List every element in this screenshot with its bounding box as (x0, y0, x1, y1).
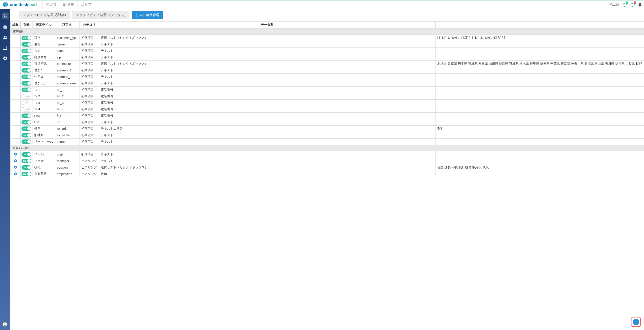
svg-rect-9 (63, 5, 64, 6)
topnav-normal[interactable]: 通常 (42, 0, 60, 9)
cell-category: 初期項目 (79, 67, 99, 74)
sidebar-phone-icon[interactable] (2, 12, 8, 19)
cell-label: カナ (32, 48, 55, 54)
enable-toggle[interactable]: ON (22, 126, 31, 131)
status-timer-red[interactable]: 0 (630, 2, 635, 7)
tab-0[interactable]: アクティビティ結果(応対者) (19, 11, 70, 19)
enable-toggle[interactable]: ON (22, 165, 31, 170)
add-item-button[interactable]: + (631, 317, 641, 327)
cell-label: 住所１ (32, 67, 55, 74)
cell-type: テキスト (99, 67, 435, 74)
enable-toggle[interactable]: ON (22, 74, 31, 79)
enable-toggle[interactable]: ON (22, 36, 31, 40)
gear-icon[interactable] (14, 153, 17, 156)
enable-toggle[interactable]: ON (22, 140, 31, 144)
cell-enable: ON (20, 112, 32, 119)
table-row: ON担当者managerヒアリングテキスト (10, 158, 644, 164)
cell-name: fax (55, 112, 80, 119)
svg-rect-16 (4, 48, 4, 49)
table-row: ONメールmail初期項目テキスト (10, 151, 644, 158)
top-nav: 通常 新規 配布 (42, 0, 95, 9)
cell-extra: 係長 課長 部長 執行役員 取締役 代表 (436, 164, 644, 171)
enable-toggle[interactable]: ON (22, 152, 31, 157)
gear-icon[interactable] (14, 159, 17, 162)
cell-edit (10, 61, 20, 67)
gear-icon[interactable] (14, 166, 17, 169)
enable-toggle[interactable]: OFF (22, 100, 31, 105)
enable-toggle[interactable]: ON (22, 42, 31, 46)
user-avatar-icon[interactable] (2, 322, 8, 327)
enable-toggle[interactable]: OFF (22, 94, 31, 98)
enable-toggle[interactable]: OFF (22, 107, 31, 112)
cell-edit (10, 119, 20, 126)
cell-label: 旧社名 (32, 132, 55, 138)
cell-label: リードソース (32, 138, 55, 145)
svg-rect-6 (63, 4, 64, 5)
status-timer-green[interactable]: 0 (622, 2, 627, 7)
ip-line-label[interactable]: IP回線 (608, 2, 619, 7)
sidebar-chart-icon[interactable] (3, 46, 8, 50)
section-header: 標準項目 (10, 28, 644, 35)
enable-toggle[interactable]: ON (22, 62, 31, 66)
cell-enable: ON (20, 67, 32, 74)
tab-2[interactable]: リスト項目管理 (132, 11, 163, 19)
cell-name: customer_type (55, 35, 80, 41)
expand-icon (80, 3, 84, 6)
enable-toggle[interactable]: ON (22, 48, 31, 53)
cell-label: Tel3 (32, 100, 55, 106)
cell-name: mail (55, 151, 80, 158)
table-row: ON種別customer_type初期項目選択リスト（セレクトボックス）[ { … (10, 35, 644, 41)
enable-toggle[interactable]: ON (22, 88, 31, 92)
cell-label: 郵便番号 (32, 54, 55, 61)
cell-category: 初期項目 (79, 74, 99, 80)
enable-toggle[interactable]: ON (22, 133, 31, 138)
cell-label: FAX (32, 112, 55, 119)
svg-rect-0 (46, 3, 49, 4)
cell-name: position (55, 164, 80, 171)
tab-1[interactable]: アクティビティ結果(ステータス) (72, 11, 130, 19)
cell-type: 電話番号 (99, 93, 435, 100)
gear-icon[interactable] (14, 172, 17, 175)
table-row: ONカナkana初期項目テキスト (10, 48, 644, 54)
logo[interactable]: comdesklead (2, 2, 37, 8)
cell-edit (10, 87, 20, 93)
cell-label: Tel4 (32, 106, 55, 112)
cell-edit (10, 74, 20, 80)
enable-toggle[interactable]: ON (22, 55, 31, 60)
enable-toggle[interactable]: ON (22, 81, 31, 86)
cell-enable: ON (20, 54, 32, 61)
cell-extra: [ { "id": 1, "text": "組織" }, { "id": 2, … (436, 35, 644, 41)
cell-category: 初期項目 (79, 106, 99, 112)
cell-extra (436, 106, 644, 112)
bell-icon[interactable] (638, 3, 642, 7)
table-row: OFFTel3tel_3初期項目電話番号 (10, 100, 644, 106)
table-row: OFFTel4tel_4初期項目電話番号 (10, 106, 644, 112)
sidebar-users-icon[interactable] (3, 35, 8, 40)
enable-toggle[interactable]: ON (22, 114, 31, 118)
cell-type: 電話番号 (99, 106, 435, 112)
table-wrap[interactable]: 編集有効表示ラベル項目名カテゴリデータ型 標準項目ON種別customer_ty… (10, 21, 644, 330)
cell-label: 従業員数 (32, 171, 55, 177)
topnav-distribute[interactable]: 配布 (77, 0, 95, 9)
cell-type: テキスト (99, 138, 435, 145)
enable-toggle[interactable]: ON (22, 120, 31, 124)
sidebar-settings-icon[interactable] (3, 56, 8, 60)
sidebar-database-icon[interactable] (3, 25, 8, 30)
cell-label: URL (32, 119, 55, 126)
cell-name: url (55, 119, 80, 126)
cell-type: 電話番号 (99, 87, 435, 93)
cell-enable: ON (20, 158, 32, 164)
enable-toggle[interactable]: ON (22, 172, 31, 176)
badge-red: 0 (634, 1, 636, 4)
cell-name: tel_1 (55, 87, 80, 93)
enable-toggle[interactable]: ON (22, 159, 31, 163)
cell-edit (10, 164, 20, 171)
cell-category: 初期項目 (79, 93, 99, 100)
svg-rect-11 (66, 5, 66, 6)
enable-toggle[interactable]: ON (22, 68, 31, 72)
svg-point-14 (5, 36, 7, 38)
cell-extra (436, 151, 644, 158)
cell-enable: ON (20, 164, 32, 171)
topnav-new[interactable]: 新規 (60, 0, 77, 9)
cell-type: 数値 (99, 171, 435, 177)
